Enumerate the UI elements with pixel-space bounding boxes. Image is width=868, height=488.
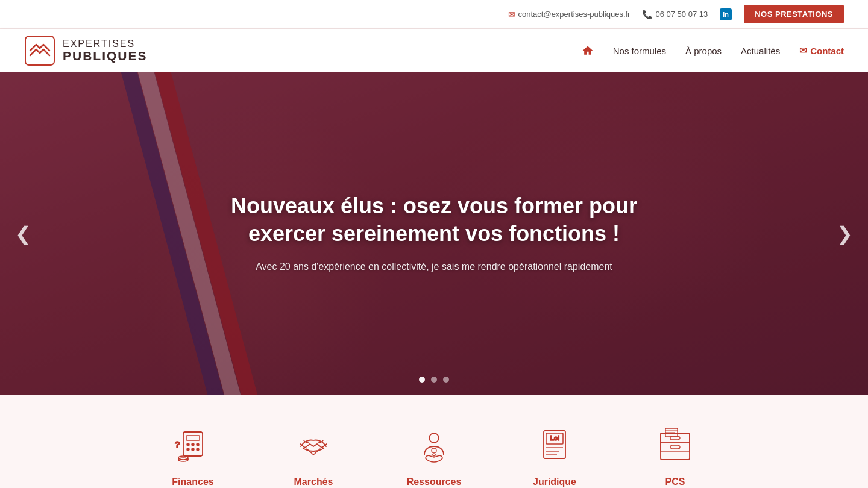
- ressources-icon: [412, 425, 456, 468]
- hero-dot-1[interactable]: [419, 377, 425, 383]
- hero-subtitle: Avec 20 ans d'expérience en collectivité…: [229, 260, 639, 275]
- hero-title: Nouveaux élus : osez vous former pour ex…: [229, 192, 639, 249]
- main-navigation: EXPERTISES PUBLIQUES Nos formules À prop…: [0, 29, 868, 72]
- nav-formules[interactable]: Nos formules: [613, 46, 666, 56]
- svg-rect-26: [670, 445, 680, 449]
- nav-links: Nos formules À propos Actualités ✉ Conta…: [582, 45, 844, 57]
- svg-point-6: [187, 448, 189, 451]
- pcs-label: PCS: [665, 477, 685, 487]
- email-icon: ✉: [508, 10, 515, 19]
- nav-contact[interactable]: ✉ Contact: [799, 45, 844, 56]
- svg-text:Loi: Loi: [550, 435, 559, 442]
- hero-next-button[interactable]: ❯: [825, 210, 865, 257]
- svg-rect-24: [661, 443, 690, 451]
- finances-label: Finances: [172, 477, 213, 487]
- hero-dots: [419, 377, 449, 383]
- marches-icon: [292, 425, 335, 468]
- svg-rect-23: [661, 433, 690, 443]
- logo-name-bottom: PUBLIQUES: [63, 49, 148, 63]
- svg-point-4: [192, 443, 194, 446]
- phone-icon: 📞: [642, 10, 652, 19]
- services-section: ? Finances Élaboration d... Ma: [0, 395, 868, 488]
- hero-dot-3[interactable]: [443, 377, 449, 383]
- nav-actualites[interactable]: Actualités: [741, 46, 780, 56]
- svg-point-3: [187, 443, 189, 446]
- ressources-label: Ressources: [407, 477, 462, 487]
- svg-text:?: ?: [175, 440, 180, 449]
- svg-point-8: [197, 448, 199, 451]
- service-pcs[interactable]: PCS: [639, 425, 711, 488]
- top-bar: ✉ contact@expertises-publiques.fr 📞 06 0…: [0, 0, 868, 29]
- svg-point-14: [429, 433, 439, 443]
- juridique-label: Juridique: [533, 477, 576, 487]
- logo-name-top: EXPERTISES: [63, 39, 148, 49]
- hero-dot-2[interactable]: [431, 377, 437, 383]
- service-marches[interactable]: Marchés Publics: [277, 425, 350, 488]
- svg-point-15: [432, 448, 436, 453]
- contact-email-icon: ✉: [799, 45, 807, 56]
- service-juridique[interactable]: Loi Juridique Rédaction d'actes...: [518, 425, 591, 488]
- marches-label: Marchés: [294, 477, 333, 487]
- phone-number: 06 07 50 07 13: [655, 10, 708, 19]
- service-ressources[interactable]: Ressources humaines: [398, 425, 470, 488]
- logo-text: EXPERTISES PUBLIQUES: [63, 39, 148, 63]
- svg-rect-2: [186, 436, 200, 440]
- pcs-icon: [653, 425, 697, 468]
- logo-icon: [24, 35, 55, 66]
- email-contact[interactable]: ✉ contact@expertises-publiques.fr: [508, 10, 631, 19]
- hero-content: Nouveaux élus : osez vous former pour ex…: [229, 192, 639, 275]
- service-finances[interactable]: ? Finances Élaboration d...: [157, 425, 229, 488]
- juridique-icon: Loi: [533, 425, 576, 468]
- nav-home[interactable]: [582, 45, 594, 57]
- phone-contact[interactable]: 📞 06 07 50 07 13: [642, 10, 708, 19]
- services-grid: ? Finances Élaboration d... Ma: [72, 425, 796, 488]
- prestations-button[interactable]: NOS PRESTATIONS: [744, 5, 844, 23]
- email-address: contact@expertises-publiques.fr: [518, 10, 631, 19]
- finances-icon: ?: [171, 425, 215, 468]
- home-icon: [582, 45, 594, 57]
- linkedin-icon[interactable]: in: [720, 8, 732, 20]
- hero-prev-button[interactable]: ❮: [3, 210, 43, 257]
- nav-apropos[interactable]: À propos: [685, 46, 722, 56]
- hero-slider: ❮ Nouveaux élus : osez vous former pour …: [0, 72, 868, 395]
- svg-point-7: [192, 448, 194, 451]
- logo[interactable]: EXPERTISES PUBLIQUES: [24, 35, 148, 66]
- svg-point-5: [197, 443, 199, 446]
